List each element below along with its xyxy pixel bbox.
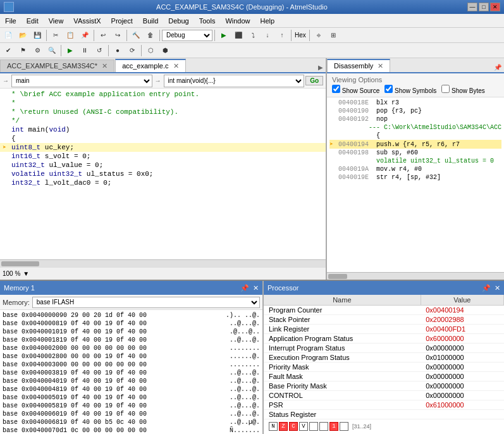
memory-type-combo[interactable]: base IFLASH bbox=[32, 297, 260, 308]
tb2-run[interactable]: ▶ bbox=[63, 44, 77, 58]
close-button[interactable]: ✕ bbox=[490, 3, 500, 11]
tb2-btn3[interactable]: ⚙ bbox=[30, 44, 44, 58]
processor-panel-controls: 📌 ✕ bbox=[482, 284, 500, 292]
disasm-scrollbar-thumb[interactable] bbox=[328, 274, 347, 279]
toolbar-2: ✔ ⚑ ⚙ 🔍 ▶ ⏸ ↺ ● ⟳ ⬡ ⬢ bbox=[0, 43, 504, 58]
function-scope-combo[interactable]: main bbox=[11, 75, 152, 87]
tb2-btn2[interactable]: ⚑ bbox=[16, 44, 30, 58]
zoom-value: 100 % bbox=[3, 270, 20, 277]
editor-panel: ACC_EXAMPLE_SAM3S4C* ✕ acc_example.c ✕ ▶… bbox=[0, 58, 327, 280]
debug-config-combo[interactable]: Debug bbox=[162, 30, 212, 41]
memory-content: base 0x00400000 90 29 00 20 1d 0f 40 00 … bbox=[0, 310, 262, 434]
tb2-trace[interactable]: ⟳ bbox=[125, 44, 139, 58]
mem-row: base 0x00400050 19 0f 40 00 19 0f 40 00 … bbox=[3, 394, 260, 402]
code-line: int32_t l_volt_dac0 = 0; bbox=[0, 178, 326, 187]
memory-label: Memory: bbox=[3, 299, 30, 306]
maximize-button[interactable]: □ bbox=[479, 3, 489, 11]
show-symbols-option[interactable]: Show Symbols bbox=[384, 85, 436, 94]
code-editor[interactable]: * \brief ACC example application entry p… bbox=[0, 89, 326, 259]
tb-disasm[interactable]: ⎆ bbox=[312, 28, 326, 42]
show-source-option[interactable]: Show Source bbox=[332, 85, 379, 94]
tb-save[interactable]: 💾 bbox=[30, 28, 44, 42]
mem-row: base 0x00400018 19 0f 40 00 19 0f 40 00 … bbox=[3, 336, 260, 344]
menu-debug[interactable]: Debug bbox=[163, 16, 194, 26]
disasm-tab-bar: Disassembly ✕ 📌 bbox=[327, 58, 504, 73]
tb-copy[interactable]: 📋 bbox=[63, 28, 77, 42]
code-line: volatile uint32_t ul_status = 0x0; bbox=[0, 170, 326, 178]
tb-paste[interactable]: 📌 bbox=[78, 28, 92, 42]
status-bit-7 bbox=[340, 422, 348, 431]
tb2-pause[interactable]: ⏸ bbox=[78, 44, 92, 58]
status-bit-C: C bbox=[289, 422, 298, 431]
mem-row: base 0x00400010 19 0f 40 00 19 0f 40 00 … bbox=[3, 328, 260, 336]
minimize-button[interactable]: — bbox=[467, 3, 477, 11]
toolbar-sep-1 bbox=[46, 30, 47, 41]
menu-tools[interactable]: Tools bbox=[194, 16, 221, 26]
show-bytes-option[interactable]: Show Bytes bbox=[441, 85, 485, 94]
disasm-pin[interactable]: 📌 bbox=[491, 63, 504, 72]
editor-scrollbar[interactable] bbox=[0, 259, 326, 267]
tab-disassembly[interactable]: Disassembly ✕ bbox=[327, 59, 390, 72]
mem-row: base 0x00400070 d1 0c 00 00 00 00 00 00 … bbox=[3, 426, 260, 434]
menu-file[interactable]: File bbox=[0, 16, 22, 26]
memory-close-icon[interactable]: ✕ bbox=[253, 284, 259, 292]
tb2-reset[interactable]: ↺ bbox=[92, 44, 106, 58]
tab-close-acc[interactable]: ✕ bbox=[173, 62, 179, 70]
tb-clean[interactable]: 🗑 bbox=[144, 28, 157, 42]
tb2-prog[interactable]: ⬢ bbox=[158, 44, 172, 58]
tab-close-project[interactable]: ✕ bbox=[102, 62, 108, 70]
toolbar-sep-5 bbox=[214, 30, 215, 41]
func-arrow-icon: → bbox=[3, 77, 9, 84]
tb-open[interactable]: 📂 bbox=[16, 28, 30, 42]
tab-acc-example[interactable]: acc_example.c ✕ bbox=[115, 59, 185, 72]
tb2-chip[interactable]: ⬡ bbox=[144, 44, 157, 58]
tb-cut[interactable]: ✂ bbox=[49, 28, 63, 42]
tb2-bp[interactable]: ● bbox=[111, 44, 125, 58]
go-button[interactable]: Go bbox=[305, 76, 323, 85]
title-bar-icon bbox=[4, 2, 14, 12]
status-bit-Z: Z bbox=[279, 422, 288, 431]
zoom-arrow[interactable]: ▼ bbox=[23, 270, 29, 277]
tab-project[interactable]: ACC_EXAMPLE_SAM3S4C* ✕ bbox=[0, 59, 114, 72]
tab-scroll-right[interactable]: ▶ bbox=[316, 63, 326, 72]
menu-window[interactable]: Window bbox=[220, 16, 255, 26]
function-detail-combo[interactable]: int main(void){...} bbox=[164, 75, 305, 87]
tb-new[interactable]: 📄 bbox=[1, 28, 15, 42]
status-register-row: Status Register bbox=[264, 410, 504, 419]
tb2-btn4[interactable]: 🔍 bbox=[45, 44, 59, 58]
menu-build[interactable]: Build bbox=[138, 16, 163, 26]
code-line: int16_t s_volt = 0; bbox=[0, 152, 326, 161]
mem-row: base 0x00400068 19 0f 40 00 b5 0c 40 00 … bbox=[3, 418, 260, 426]
menu-project[interactable]: Project bbox=[106, 16, 138, 26]
menu-vassistx[interactable]: VAssistX bbox=[68, 16, 106, 26]
tb-step-out[interactable]: ↑ bbox=[275, 28, 289, 42]
mem-row: base 0x00400058 19 0f 40 00 19 0f 40 00 … bbox=[3, 402, 260, 410]
menu-view[interactable]: View bbox=[44, 16, 69, 26]
menu-help[interactable]: Help bbox=[255, 16, 280, 26]
disasm-close-button[interactable]: ✕ bbox=[378, 62, 383, 70]
tb-step-into[interactable]: ↓ bbox=[261, 28, 274, 42]
viewing-options-checkboxes: Show Source Show Symbols Show Bytes bbox=[332, 85, 499, 94]
tb-stop-debug[interactable]: ⬛ bbox=[231, 28, 245, 42]
toolbar2-sep-2 bbox=[108, 45, 109, 56]
tb-undo[interactable]: ↩ bbox=[96, 28, 110, 42]
status-bit-5 bbox=[319, 422, 328, 431]
proc-table-row: Application Program Status0x60000000 bbox=[264, 334, 504, 344]
viewing-options-title: Viewing Options bbox=[332, 76, 499, 84]
tb-mem[interactable]: ⊞ bbox=[326, 28, 340, 42]
disasm-scrollbar[interactable] bbox=[327, 272, 504, 280]
processor-pin-icon[interactable]: 📌 bbox=[482, 284, 491, 292]
tb-redo[interactable]: ↪ bbox=[111, 28, 125, 42]
tb-step-over[interactable]: ⤵ bbox=[246, 28, 260, 42]
status-bit-6: 1 bbox=[329, 422, 338, 431]
memory-toolbar: Memory: base IFLASH bbox=[0, 295, 262, 310]
tb2-btn1[interactable]: ✔ bbox=[1, 44, 15, 58]
tb-build[interactable]: 🔨 bbox=[129, 28, 143, 42]
zoom-bar: 100 % ▼ bbox=[0, 267, 326, 280]
menu-edit[interactable]: Edit bbox=[22, 16, 44, 26]
tb-start-debug[interactable]: ▶ bbox=[217, 28, 231, 42]
disassembly-panel: Disassembly ✕ 📌 Viewing Options Show Sou… bbox=[327, 58, 504, 280]
memory-pin-icon[interactable]: 📌 bbox=[240, 284, 249, 292]
processor-close-icon[interactable]: ✕ bbox=[495, 284, 500, 292]
scrollbar-thumb[interactable] bbox=[1, 261, 39, 266]
